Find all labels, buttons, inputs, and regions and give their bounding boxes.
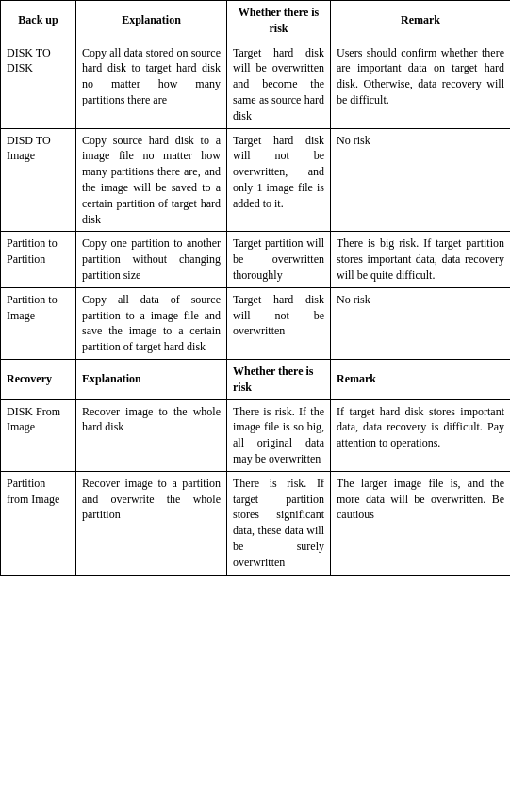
row-partition-to-partition-remark: There is big risk. If target partition s… xyxy=(331,232,511,287)
header-backup: Back up xyxy=(1,1,76,41)
row-disk-from-image-explanation: Recover image to the whole hard disk xyxy=(76,399,227,471)
row-disd-to-image-explanation: Copy source hard disk to a image file no… xyxy=(76,128,227,232)
row-disd-to-image-remark: No risk xyxy=(331,128,511,232)
row-partition-from-image-risk: There is risk. If target partition store… xyxy=(227,471,331,575)
table-row: DISD TO Image Copy source hard disk to a… xyxy=(1,128,511,232)
recovery-header-row: Recovery Explanation Whether there is ri… xyxy=(1,359,511,399)
row-disd-to-image-risk: Target hard disk will not be overwritten… xyxy=(227,128,331,232)
table-row: DISK From Image Recover image to the who… xyxy=(1,399,511,471)
row-disd-to-image-label: DISD TO Image xyxy=(1,128,76,232)
row-partition-from-image-remark: The larger image file is, and the more d… xyxy=(331,471,511,575)
table-row: Partition to Partition Copy one partitio… xyxy=(1,232,511,287)
table-row: Partition to Image Copy all data of sour… xyxy=(1,287,511,359)
backup-header-row: Back up Explanation Whether there is ris… xyxy=(1,1,511,41)
row-partition-to-partition-explanation: Copy one partition to another partition … xyxy=(76,232,227,287)
header-remark-2: Remark xyxy=(331,359,511,399)
header-explanation-2: Explanation xyxy=(76,359,227,399)
row-disk-to-disk-label: DISK TO DISK xyxy=(1,41,76,128)
row-partition-to-image-remark: No risk xyxy=(331,287,511,359)
row-partition-from-image-label: Partition from Image xyxy=(1,471,76,575)
row-partition-to-image-risk: Target hard disk will not be overwritten xyxy=(227,287,331,359)
row-disk-from-image-label: DISK From Image xyxy=(1,399,76,471)
table-row: DISK TO DISK Copy all data stored on sou… xyxy=(1,41,511,128)
row-partition-from-image-explanation: Recover image to a partition and overwri… xyxy=(76,471,227,575)
header-risk-2: Whether there is risk xyxy=(227,359,331,399)
table-row: Partition from Image Recover image to a … xyxy=(1,471,511,575)
header-risk: Whether there is risk xyxy=(227,1,331,41)
row-partition-to-partition-risk: Target partition will be overwritten tho… xyxy=(227,232,331,287)
row-disk-from-image-remark: If target hard disk stores important dat… xyxy=(331,399,511,471)
row-disk-from-image-risk: There is risk. If the image file is so b… xyxy=(227,399,331,471)
row-disk-to-disk-risk: Target hard disk will be overwritten and… xyxy=(227,41,331,128)
row-partition-to-image-explanation: Copy all data of source partition to a i… xyxy=(76,287,227,359)
header-explanation: Explanation xyxy=(76,1,227,41)
header-recovery: Recovery xyxy=(1,359,76,399)
row-disk-to-disk-explanation: Copy all data stored on source hard disk… xyxy=(76,41,227,128)
row-disk-to-disk-remark: Users should confirm whether there are i… xyxy=(331,41,511,128)
row-partition-to-partition-label: Partition to Partition xyxy=(1,232,76,287)
row-partition-to-image-label: Partition to Image xyxy=(1,287,76,359)
header-remark: Remark xyxy=(331,1,511,41)
